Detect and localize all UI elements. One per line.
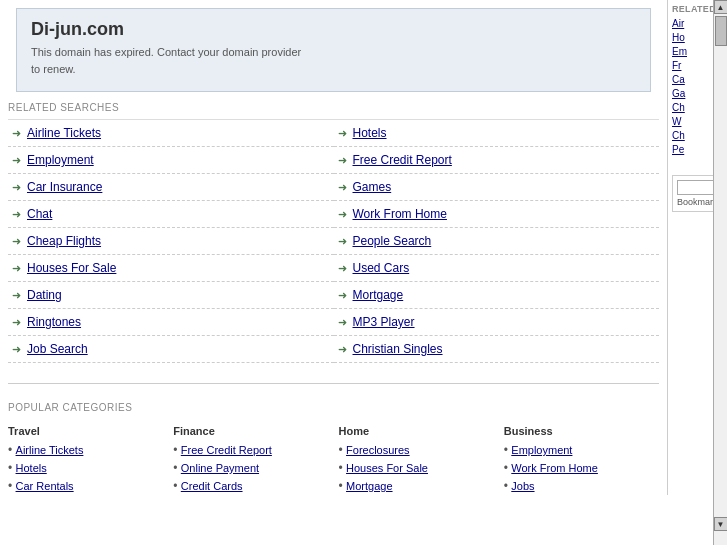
list-item: ➜ People Search bbox=[334, 228, 660, 255]
arrow-icon: ➜ bbox=[12, 154, 21, 167]
popular-heading-home: Home bbox=[339, 425, 494, 437]
list-item: ➜ Free Credit Report bbox=[334, 147, 660, 174]
list-item: Houses For Sale bbox=[339, 459, 494, 477]
popular-col-home: Home Foreclosures Houses For Sale Mortga… bbox=[339, 425, 494, 495]
search-link-christian-singles[interactable]: Christian Singles bbox=[353, 342, 443, 356]
list-item: Online Payment bbox=[173, 459, 328, 477]
arrow-icon: ➜ bbox=[12, 235, 21, 248]
list-item: Foreclosures bbox=[339, 441, 494, 459]
list-item: ➜ Dating bbox=[8, 282, 334, 309]
searches-grid: ➜ Airline Tickets ➜ Hotels ➜ Employment … bbox=[8, 119, 659, 363]
arrow-icon: ➜ bbox=[338, 289, 347, 302]
arrow-icon: ➜ bbox=[12, 316, 21, 329]
list-item: ➜ Games bbox=[334, 174, 660, 201]
scroll-thumb[interactable] bbox=[715, 16, 727, 46]
arrow-icon: ➜ bbox=[338, 127, 347, 140]
search-link-mortgage[interactable]: Mortgage bbox=[353, 288, 404, 302]
arrow-icon: ➜ bbox=[12, 289, 21, 302]
search-link-used-cars[interactable]: Used Cars bbox=[353, 261, 410, 275]
popular-heading-business: Business bbox=[504, 425, 659, 437]
list-item: ➜ Chat bbox=[8, 201, 334, 228]
list-item: Mortgage bbox=[339, 477, 494, 495]
related-searches-label: RELATED SEARCHES bbox=[8, 92, 659, 119]
search-link-games[interactable]: Games bbox=[353, 180, 392, 194]
list-item: ➜ Job Search bbox=[8, 336, 334, 363]
list-item: ➜ Work From Home bbox=[334, 201, 660, 228]
arrow-icon: ➜ bbox=[338, 208, 347, 221]
bookmark-input[interactable] bbox=[677, 180, 718, 195]
arrow-icon: ➜ bbox=[12, 343, 21, 356]
scrollbar-track: ▲ ▼ bbox=[713, 0, 727, 495]
header-message: This domain has expired. Contact your do… bbox=[31, 44, 636, 77]
popular-link-credit-cards[interactable]: Credit Cards bbox=[181, 480, 243, 492]
arrow-icon: ➜ bbox=[338, 262, 347, 275]
popular-link-hotels[interactable]: Hotels bbox=[16, 462, 47, 474]
search-link-dating[interactable]: Dating bbox=[27, 288, 62, 302]
arrow-icon: ➜ bbox=[338, 154, 347, 167]
list-item: ➜ Used Cars bbox=[334, 255, 660, 282]
popular-link-jobs[interactable]: Jobs bbox=[511, 480, 534, 492]
arrow-icon: ➜ bbox=[12, 127, 21, 140]
search-link-cheap-flights[interactable]: Cheap Flights bbox=[27, 234, 101, 248]
popular-categories-label: POPULAR CATEGORIES bbox=[8, 392, 659, 419]
popular-col-finance: Finance Free Credit Report Online Paymen… bbox=[173, 425, 328, 495]
header-box: Di-jun.com This domain has expired. Cont… bbox=[16, 8, 651, 92]
list-item: ➜ Employment bbox=[8, 147, 334, 174]
search-link-job-search[interactable]: Job Search bbox=[27, 342, 88, 356]
popular-link-free-credit-report[interactable]: Free Credit Report bbox=[181, 444, 272, 456]
list-item: Work From Home bbox=[504, 459, 659, 477]
search-link-chat[interactable]: Chat bbox=[27, 207, 52, 221]
search-link-ringtones[interactable]: Ringtones bbox=[27, 315, 81, 329]
bookmark-label: Bookmark bbox=[677, 197, 718, 207]
search-link-work-from-home[interactable]: Work From Home bbox=[353, 207, 447, 221]
search-link-houses-for-sale[interactable]: Houses For Sale bbox=[27, 261, 116, 275]
list-item: Credit Cards bbox=[173, 477, 328, 495]
popular-link-houses-for-sale[interactable]: Houses For Sale bbox=[346, 462, 428, 474]
list-item: ➜ Christian Singles bbox=[334, 336, 660, 363]
list-item: Employment bbox=[504, 441, 659, 459]
arrow-icon: ➜ bbox=[338, 316, 347, 329]
popular-link-car-rentals[interactable]: Car Rentals bbox=[16, 480, 74, 492]
site-title: Di-jun.com bbox=[31, 19, 636, 40]
popular-heading-travel: Travel bbox=[8, 425, 163, 437]
search-link-hotels[interactable]: Hotels bbox=[353, 126, 387, 140]
arrow-icon: ➜ bbox=[338, 235, 347, 248]
popular-grid: Travel Airline Tickets Hotels Car Rental… bbox=[8, 425, 659, 495]
popular-link-foreclosures[interactable]: Foreclosures bbox=[346, 444, 410, 456]
arrow-icon: ➜ bbox=[338, 343, 347, 356]
popular-categories-section: POPULAR CATEGORIES Travel Airline Ticket… bbox=[8, 383, 659, 495]
arrow-icon: ➜ bbox=[338, 181, 347, 194]
list-item: Hotels bbox=[8, 459, 163, 477]
list-item: ➜ MP3 Player bbox=[334, 309, 660, 336]
popular-link-online-payment[interactable]: Online Payment bbox=[181, 462, 259, 474]
list-item: Jobs bbox=[504, 477, 659, 495]
list-item: ➜ Ringtones bbox=[8, 309, 334, 336]
popular-link-employment[interactable]: Employment bbox=[511, 444, 572, 456]
popular-heading-finance: Finance bbox=[173, 425, 328, 437]
search-link-free-credit-report[interactable]: Free Credit Report bbox=[353, 153, 452, 167]
popular-link-mortgage[interactable]: Mortgage bbox=[346, 480, 392, 492]
search-link-employment[interactable]: Employment bbox=[27, 153, 94, 167]
popular-col-travel: Travel Airline Tickets Hotels Car Rental… bbox=[8, 425, 163, 495]
scroll-up-button[interactable]: ▲ bbox=[714, 0, 728, 14]
list-item: ➜ Hotels bbox=[334, 120, 660, 147]
list-item: Car Rentals bbox=[8, 477, 163, 495]
search-link-people-search[interactable]: People Search bbox=[353, 234, 432, 248]
list-item: ➜ Car Insurance bbox=[8, 174, 334, 201]
search-link-airline-tickets[interactable]: Airline Tickets bbox=[27, 126, 101, 140]
popular-link-work-from-home[interactable]: Work From Home bbox=[511, 462, 598, 474]
list-item: Airline Tickets bbox=[8, 441, 163, 459]
search-link-car-insurance[interactable]: Car Insurance bbox=[27, 180, 102, 194]
arrow-icon: ➜ bbox=[12, 208, 21, 221]
list-item: ➜ Houses For Sale bbox=[8, 255, 334, 282]
popular-link-airline-tickets[interactable]: Airline Tickets bbox=[16, 444, 84, 456]
list-item: ➜ Mortgage bbox=[334, 282, 660, 309]
list-item: ➜ Cheap Flights bbox=[8, 228, 334, 255]
arrow-icon: ➜ bbox=[12, 181, 21, 194]
search-link-mp3-player[interactable]: MP3 Player bbox=[353, 315, 415, 329]
popular-col-business: Business Employment Work From Home Jobs bbox=[504, 425, 659, 495]
list-item: Free Credit Report bbox=[173, 441, 328, 459]
arrow-icon: ➜ bbox=[12, 262, 21, 275]
list-item: ➜ Airline Tickets bbox=[8, 120, 334, 147]
